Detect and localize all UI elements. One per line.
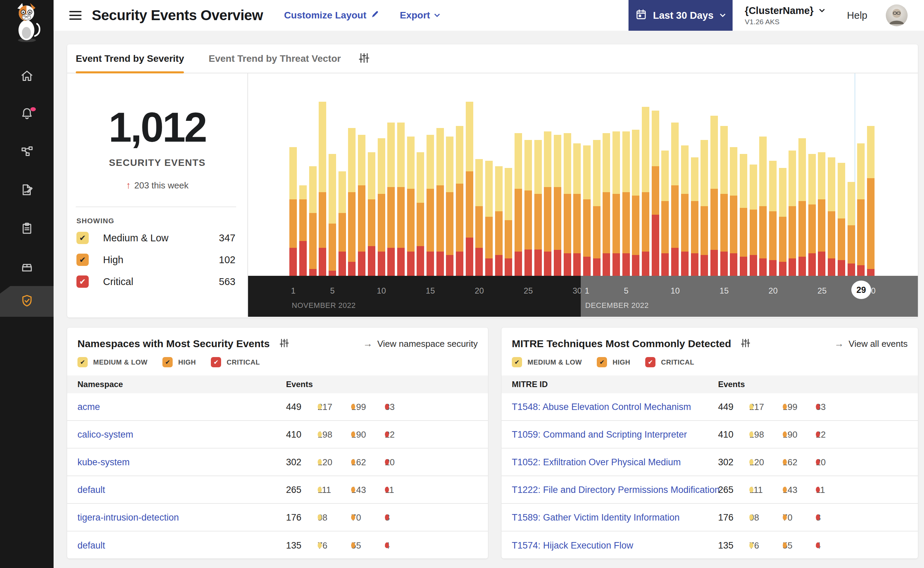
row-link[interactable]: tigera-intrusion-detection [77,512,179,523]
chart-bar[interactable] [425,135,436,276]
chart-bar[interactable] [582,145,592,276]
chart-bar[interactable] [846,182,856,276]
view-namespace-security-link[interactable]: → View namespace security [363,338,478,349]
table-row[interactable]: T1222: File and Directory Permissions Mo… [502,476,918,504]
table-row[interactable]: T1589: Gather Victim Identity Informatio… [502,504,918,532]
chart-bar[interactable] [308,166,318,276]
chart-bar[interactable] [562,133,572,276]
chart-bar[interactable] [739,154,749,276]
chart-bar[interactable] [288,147,298,276]
chart-bar[interactable] [670,122,680,276]
row-link[interactable]: T1589: Gather Victim Identity Informatio… [512,512,680,523]
sidebar-item-alerts[interactable] [0,98,54,130]
chart-bar[interactable] [748,165,758,276]
table-row[interactable]: calico-system41019819022 [67,421,488,449]
table-row[interactable]: T1548: Abuse Elevation Control Mechanism… [502,393,918,421]
chart-settings-icon[interactable] [359,53,369,65]
medium-checkbox[interactable]: ✔ [77,357,88,367]
chart-bar[interactable] [758,136,768,276]
chart-bar[interactable] [601,133,612,276]
chart-bar[interactable] [817,152,827,276]
chart-bar[interactable] [357,135,367,276]
chart-bar[interactable] [406,136,416,276]
filter-critical[interactable]: ✔CRITICAL [645,357,694,367]
sidebar-item-home[interactable] [0,61,54,92]
chart-bar[interactable] [318,102,327,276]
chart-bar[interactable] [631,130,641,276]
chart-bar[interactable] [337,171,347,276]
chart-bar[interactable] [572,144,582,276]
chart-bar[interactable] [787,151,797,276]
critical-checkbox[interactable]: ✔ [645,357,656,367]
filter-high[interactable]: ✔HIGH [163,357,196,367]
sidebar-item-policies[interactable] [0,175,54,206]
table-row[interactable]: default26511114311 [67,476,488,504]
table-row[interactable]: acme44921719933 [67,393,488,421]
medium-checkbox[interactable]: ✔ [512,357,522,367]
chart-bar[interactable] [386,122,396,276]
chart-bar[interactable] [376,138,386,276]
chart-bar[interactable] [523,140,533,276]
row-link[interactable]: T1222: File and Directory Permissions Mo… [512,484,720,495]
chart-bar[interactable] [729,147,739,276]
sidebar-item-threat-defense[interactable] [0,286,54,317]
filter-medium[interactable]: ✔MEDIUM & LOW [77,357,148,367]
table-row[interactable]: default13576554 [67,532,488,559]
chart-bar[interactable] [514,133,523,276]
chart-bar[interactable] [621,131,631,276]
chart-bar[interactable] [474,159,484,276]
critical-checkbox[interactable]: ✔ [77,275,89,288]
help-link[interactable]: Help [847,10,867,21]
chart-bar[interactable] [719,126,729,276]
tab-event-trend-by-threat-vector[interactable]: Event Trend by Threat Vector [208,44,341,73]
menu-icon[interactable] [69,9,81,22]
chart-bar[interactable] [553,135,563,276]
table-row[interactable]: tigera-intrusion-detection17698708 [67,504,488,532]
chart-bar[interactable] [866,126,876,276]
sidebar-item-service-graph[interactable] [0,136,54,168]
tab-event-trend-by-severity[interactable]: Event Trend by Severity [76,44,184,73]
export-button[interactable]: Export [400,10,440,21]
chart-bar[interactable] [435,128,445,276]
chart-bar[interactable] [690,157,699,276]
row-link[interactable]: default [77,484,105,495]
chart-bar[interactable] [347,128,357,276]
chart-bar[interactable] [396,122,406,276]
critical-checkbox[interactable]: ✔ [211,357,221,367]
chart-bar[interactable] [464,102,474,276]
chart-bar[interactable] [778,168,787,276]
severity-legend-item-high[interactable]: ✔High102 [77,249,235,271]
row-link[interactable]: T1548: Abuse Elevation Control Mechanism [512,402,691,412]
table-row[interactable]: T1059: Command and Scripting Interpreter… [502,421,918,449]
high-checkbox[interactable]: ✔ [77,254,89,266]
filter-high[interactable]: ✔HIGH [597,357,630,367]
table-row[interactable]: kube-system30212016220 [67,449,488,476]
chart-bar[interactable] [484,161,494,276]
row-link[interactable]: calico-system [77,429,133,440]
date-range-button[interactable]: Last 30 Days [629,0,733,31]
chart-bar[interactable] [327,154,338,276]
row-link[interactable]: T1059: Command and Scripting Interpreter [512,429,687,440]
view-all-events-link[interactable]: → View all events [834,338,907,349]
row-link[interactable]: kube-system [77,457,130,467]
namespaces-settings-icon[interactable] [279,338,289,349]
filter-medium[interactable]: ✔MEDIUM & LOW [512,357,582,367]
chart-bar[interactable] [837,163,847,276]
chart-bar[interactable] [768,161,778,276]
cluster-selector[interactable]: {ClusterName} V1.26 AKS [745,5,825,26]
chart-bar[interactable] [807,154,817,276]
chart-bar[interactable] [650,110,660,276]
filter-critical[interactable]: ✔CRITICAL [211,357,260,367]
chart-bar[interactable] [827,157,837,276]
high-checkbox[interactable]: ✔ [163,357,173,367]
chart-bar[interactable] [680,145,690,276]
chart-bar[interactable] [797,138,807,276]
chart-bar[interactable] [612,131,621,276]
chart-bar[interactable] [455,126,465,276]
row-link[interactable]: default [77,540,105,551]
selected-day-marker[interactable]: 29 [851,281,871,299]
row-link[interactable]: acme [77,402,100,412]
chart-bar[interactable] [367,152,377,276]
sidebar-item-catalog[interactable] [0,252,54,283]
chart-bar[interactable] [416,152,425,276]
